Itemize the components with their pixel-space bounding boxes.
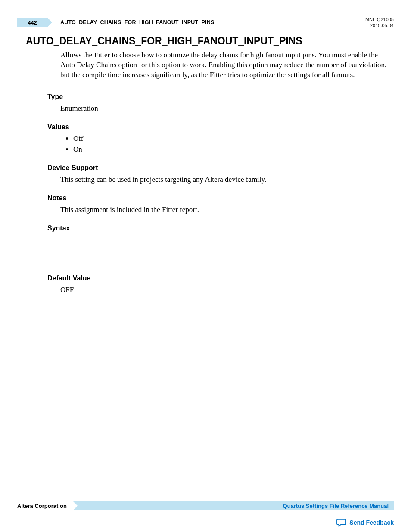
running-title: AUTO_DELAY_CHAINS_FOR_HIGH_FANOUT_INPUT_…	[60, 19, 214, 25]
page-footer: Altera Corporation Quartus Settings File…	[17, 501, 394, 510]
type-value: Enumeration	[60, 103, 394, 114]
document-date: 2015.05.04	[365, 22, 394, 28]
default-value-heading: Default Value	[47, 274, 394, 282]
list-item: On	[73, 144, 394, 155]
values-list: Off On	[60, 134, 394, 155]
list-item: Off	[73, 134, 394, 144]
page-content: AUTO_DELAY_CHAINS_FOR_HIGH_FANOUT_INPUT_…	[17, 35, 394, 295]
values-heading: Values	[47, 123, 394, 131]
device-support-body: This setting can be used in projects tar…	[60, 174, 394, 185]
header-meta: MNL-Q21005 2015.05.04	[365, 16, 394, 29]
device-support-heading: Device Support	[47, 164, 394, 172]
page-number: 442	[28, 19, 37, 26]
manual-title-link[interactable]: Quartus Settings File Reference Manual	[283, 503, 394, 509]
document-reference: MNL-Q21005	[365, 16, 394, 22]
page-number-badge: 442	[17, 18, 47, 27]
notes-body: This assignment is included in the Fitte…	[60, 205, 394, 215]
default-value-body: OFF	[60, 285, 394, 295]
footer-company: Altera Corporation	[0, 501, 73, 510]
send-feedback-link[interactable]: Send Feedback	[336, 518, 394, 527]
notes-heading: Notes	[47, 194, 394, 202]
type-heading: Type	[47, 93, 394, 101]
footer-banner: Altera Corporation Quartus Settings File…	[17, 501, 394, 510]
speech-bubble-icon	[336, 518, 346, 527]
page-title: AUTO_DELAY_CHAINS_FOR_HIGH_FANOUT_INPUT_…	[26, 35, 394, 47]
header-left: 442 AUTO_DELAY_CHAINS_FOR_HIGH_FANOUT_IN…	[17, 18, 214, 27]
send-feedback-label: Send Feedback	[349, 519, 394, 526]
description-paragraph: Allows the Fitter to choose how to optim…	[60, 50, 394, 80]
page-header: 442 AUTO_DELAY_CHAINS_FOR_HIGH_FANOUT_IN…	[17, 16, 394, 29]
syntax-heading: Syntax	[47, 224, 394, 232]
syntax-body-empty	[17, 235, 394, 265]
